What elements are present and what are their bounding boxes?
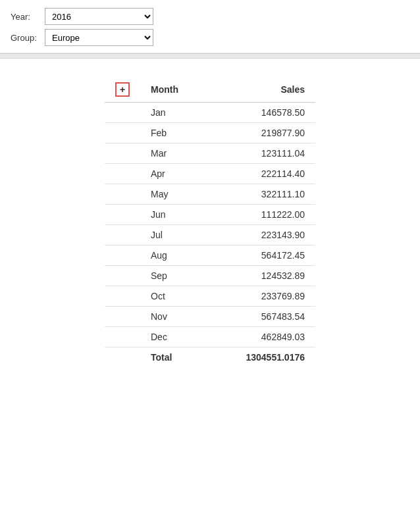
- table-row: Apr222114.40: [105, 164, 315, 184]
- sales-cell: 462849.03: [207, 327, 315, 347]
- sales-cell: 322111.10: [207, 184, 315, 205]
- expand-header: +: [105, 78, 140, 103]
- group-label: Group:: [11, 33, 45, 43]
- month-cell: Jun: [140, 205, 207, 225]
- row-expand-cell: [105, 266, 140, 286]
- total-value: 1304551.0176: [207, 347, 315, 368]
- month-cell: Jul: [140, 225, 207, 245]
- table-row: Nov567483.54: [105, 307, 315, 327]
- row-expand-cell: [105, 307, 140, 327]
- row-expand-cell: [105, 143, 140, 164]
- top-controls: Year: 2016 2015 2017 2018 Group: Europe …: [0, 0, 420, 53]
- table-row: Jun111222.00: [105, 205, 315, 225]
- row-expand-cell: [105, 123, 140, 143]
- month-cell: Apr: [140, 164, 207, 184]
- month-cell: Aug: [140, 245, 207, 266]
- expand-icon[interactable]: +: [115, 82, 130, 97]
- row-expand-cell: [105, 205, 140, 225]
- table-row: May322111.10: [105, 184, 315, 205]
- table-row: Feb219877.90: [105, 123, 315, 143]
- table-container: + Month Sales Jan146578.50Feb219877.90Ma…: [0, 59, 420, 367]
- month-cell: Oct: [140, 286, 207, 307]
- row-expand-cell: [105, 286, 140, 307]
- sales-cell: 123111.04: [207, 143, 315, 164]
- sales-cell: 222114.40: [207, 164, 315, 184]
- year-label: Year:: [11, 12, 45, 22]
- month-cell: May: [140, 184, 207, 205]
- row-expand-cell: [105, 327, 140, 347]
- table-row: Jul223143.90: [105, 225, 315, 245]
- sales-cell: 219877.90: [207, 123, 315, 143]
- year-select[interactable]: 2016 2015 2017 2018: [45, 8, 153, 25]
- sales-cell: 146578.50: [207, 103, 315, 123]
- month-cell: Jan: [140, 103, 207, 123]
- month-cell: Nov: [140, 307, 207, 327]
- sales-cell: 223143.90: [207, 225, 315, 245]
- sales-table: + Month Sales Jan146578.50Feb219877.90Ma…: [105, 78, 315, 367]
- group-control-row: Group: Europe Americas Asia Global: [11, 29, 409, 46]
- month-cell: Feb: [140, 123, 207, 143]
- sales-header: Sales: [207, 78, 315, 103]
- total-icon-cell: [105, 347, 140, 368]
- month-header: Month: [140, 78, 207, 103]
- table-row: Sep124532.89: [105, 266, 315, 286]
- sales-cell: 564172.45: [207, 245, 315, 266]
- section-divider: [0, 53, 420, 59]
- month-cell: Dec: [140, 327, 207, 347]
- table-row: Dec462849.03: [105, 327, 315, 347]
- month-cell: Sep: [140, 266, 207, 286]
- sales-cell: 111222.00: [207, 205, 315, 225]
- sales-cell: 124532.89: [207, 266, 315, 286]
- total-row: Total1304551.0176: [105, 347, 315, 368]
- sales-cell: 233769.89: [207, 286, 315, 307]
- row-expand-cell: [105, 245, 140, 266]
- table-row: Aug564172.45: [105, 245, 315, 266]
- sales-cell: 567483.54: [207, 307, 315, 327]
- row-expand-cell: [105, 225, 140, 245]
- year-control-row: Year: 2016 2015 2017 2018: [11, 8, 409, 25]
- row-expand-cell: [105, 164, 140, 184]
- row-expand-cell: [105, 103, 140, 123]
- month-cell: Mar: [140, 143, 207, 164]
- table-row: Oct233769.89: [105, 286, 315, 307]
- row-expand-cell: [105, 184, 140, 205]
- total-label: Total: [140, 347, 207, 368]
- table-row: Mar123111.04: [105, 143, 315, 164]
- group-select[interactable]: Europe Americas Asia Global: [45, 29, 153, 46]
- table-row: Jan146578.50: [105, 103, 315, 123]
